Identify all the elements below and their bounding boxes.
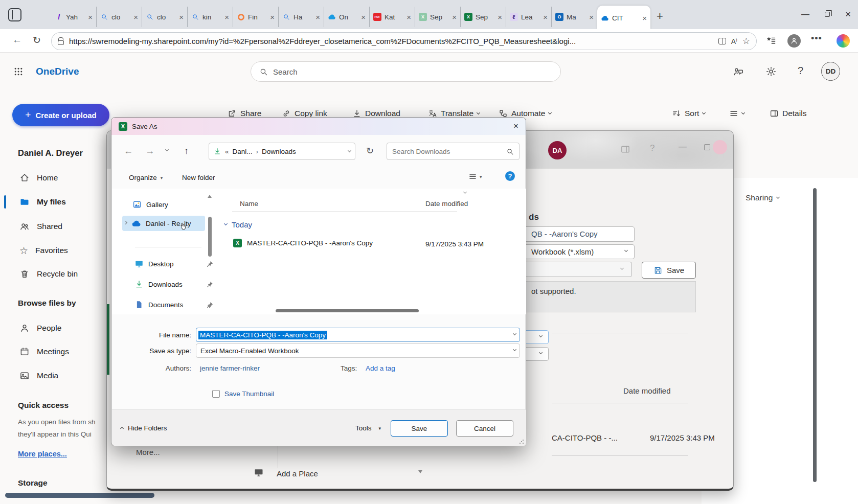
split-screen-icon[interactable] (718, 38, 726, 44)
browser-tab[interactable]: Ha× (279, 7, 324, 27)
forward-icon[interactable]: → (145, 146, 154, 156)
more-menu-icon[interactable]: ••• (811, 33, 822, 44)
browser-tab[interactable]: XSep× (461, 7, 506, 27)
browser-tab[interactable]: ℓLea× (506, 7, 552, 27)
lock-icon[interactable] (58, 40, 64, 45)
page-vertical-scrollbar[interactable] (813, 188, 817, 482)
tools-button[interactable]: Tools ▾ (355, 424, 381, 432)
excel-date-modified-header[interactable]: Date modified (623, 386, 671, 395)
restore-window-icon[interactable] (825, 12, 830, 17)
dialog-address-bar[interactable]: « Dani... › Downloads (209, 143, 355, 160)
authors-value[interactable]: jennie farmer-rinker (200, 364, 260, 372)
save-as-type-dropdown[interactable]: Excel Macro-Enabled Workbook (196, 343, 520, 358)
sharing-column-header[interactable]: Sharing (746, 193, 779, 202)
excel-minimize-icon[interactable]: — (679, 142, 687, 151)
scroll-up-icon[interactable] (208, 195, 212, 198)
tab-close-icon[interactable]: × (315, 13, 320, 21)
search-input[interactable] (273, 67, 552, 76)
recent-locations-chevron-icon[interactable] (165, 148, 169, 151)
favorite-star-icon[interactable]: ☆ (742, 36, 750, 47)
browser-tab-active[interactable]: CIT× (597, 6, 650, 29)
tab-close-icon[interactable]: × (88, 13, 93, 21)
help-icon[interactable]: ? (798, 65, 803, 77)
app-launcher-icon[interactable] (13, 66, 24, 77)
dialog-search-box[interactable] (387, 143, 520, 160)
create-or-upload-button[interactable]: + Create or upload (12, 104, 109, 126)
refresh-icon[interactable]: ↻ (33, 34, 41, 46)
add-a-tag-link[interactable]: Add a tag (366, 364, 395, 372)
browser-tab[interactable]: clo× (142, 7, 188, 27)
pin-icon[interactable] (206, 260, 214, 268)
ribbon-options-icon[interactable] (620, 144, 630, 154)
url-text[interactable]: https://swremodeling-my.sharepoint.com/m… (69, 37, 713, 45)
sidebar-item-favorites[interactable]: ☆ Favorites (0, 242, 102, 259)
dialog-close-icon[interactable]: × (513, 121, 518, 131)
browser-tab[interactable]: kin× (188, 7, 233, 27)
nav-item-gallery[interactable]: Gallery (132, 197, 168, 212)
excel-save-button[interactable]: Save (642, 262, 696, 279)
read-aloud-icon[interactable]: A) (731, 37, 737, 45)
tab-close-icon[interactable]: × (133, 13, 138, 21)
workspaces-icon[interactable] (8, 8, 21, 21)
copilot-icon[interactable] (837, 34, 850, 48)
account-avatar[interactable]: DD (821, 62, 840, 81)
sidebar-item-people[interactable]: People (0, 319, 102, 337)
minimize-window-icon[interactable]: — (801, 10, 809, 19)
save-thumbnail-label[interactable]: Save Thumbnail (224, 390, 274, 398)
tab-close-icon[interactable]: × (642, 14, 647, 22)
file-row[interactable]: X MASTER-CA-CITO-PQB - -Aaron's Copy (233, 239, 373, 247)
new-tab-button[interactable]: + (657, 10, 663, 23)
tab-close-icon[interactable]: × (179, 13, 184, 21)
chevron-down-icon[interactable] (513, 332, 516, 335)
new-folder-button[interactable]: New folder (182, 174, 215, 181)
tab-close-icon[interactable]: × (452, 13, 457, 21)
sidebar-item-home[interactable]: Home (0, 169, 102, 187)
back-icon[interactable]: ← (124, 146, 133, 156)
dialog-titlebar[interactable]: X Save As × (111, 118, 526, 135)
tab-close-icon[interactable]: × (589, 13, 594, 21)
refresh-icon[interactable]: ↻ (366, 145, 374, 156)
resize-grip[interactable] (519, 439, 524, 444)
browser-tab[interactable]: OMa× (552, 7, 597, 27)
dialog-search-input[interactable] (392, 148, 506, 155)
browser-tab[interactable]: clo× (97, 7, 142, 27)
help-icon[interactable]: ? (505, 171, 515, 181)
excel-help-icon[interactable]: ? (650, 143, 654, 153)
sidebar-item-recycle-bin[interactable]: Recycle bin (0, 265, 102, 283)
close-window-icon[interactable]: × (845, 9, 851, 20)
sidebar-item-shared[interactable]: Shared (0, 218, 102, 235)
cancel-button[interactable]: Cancel (456, 420, 513, 437)
breadcrumb-item[interactable]: Downloads (262, 148, 296, 155)
pane-scrollbar-thumb[interactable] (208, 217, 212, 257)
excel-account-avatar[interactable]: DA (548, 141, 567, 159)
browser-tab[interactable]: XSep× (415, 7, 461, 27)
breadcrumb-item[interactable]: Dani... (233, 148, 253, 155)
tab-close-icon[interactable]: × (543, 13, 548, 21)
excel-add-place-label[interactable]: Add a Place (277, 469, 318, 478)
nav-item-documents[interactable]: Documents (134, 297, 183, 312)
chevron-down-icon[interactable] (348, 148, 351, 152)
tab-close-icon[interactable]: × (498, 13, 502, 21)
toolbar-view-button[interactable] (729, 105, 744, 122)
sidebar-item-my-files[interactable]: My files (0, 193, 102, 211)
organize-button[interactable]: Organize ▾ (129, 174, 163, 181)
browser-tab[interactable]: !Yah× (51, 7, 97, 27)
back-icon[interactable]: ← (12, 34, 22, 45)
gear-icon[interactable] (765, 66, 777, 77)
sidebar-item-media[interactable]: Media (0, 367, 102, 384)
excel-maximize-icon[interactable] (704, 144, 710, 150)
column-header-date-modified[interactable]: Date modified (425, 200, 468, 208)
tab-close-icon[interactable]: × (270, 13, 275, 21)
nav-item-downloads[interactable]: Downloads (134, 277, 183, 292)
feedback-icon[interactable] (733, 66, 744, 77)
excel-more-label[interactable]: More... (136, 448, 160, 456)
save-button[interactable]: Save (391, 420, 448, 437)
collections-icon[interactable] (766, 36, 776, 45)
address-bar[interactable]: https://swremodeling-my.sharepoint.com/m… (51, 32, 757, 50)
list-horizontal-scrollbar[interactable] (276, 309, 419, 312)
onedrive-search[interactable] (251, 61, 561, 82)
browser-tab[interactable]: Fin× (233, 7, 279, 27)
save-thumbnail-checkbox[interactable] (212, 390, 220, 398)
view-options-button[interactable]: ▾ (468, 172, 482, 181)
excel-recent-file-fragment[interactable]: CA-CITO-PQB - -... (552, 433, 618, 442)
